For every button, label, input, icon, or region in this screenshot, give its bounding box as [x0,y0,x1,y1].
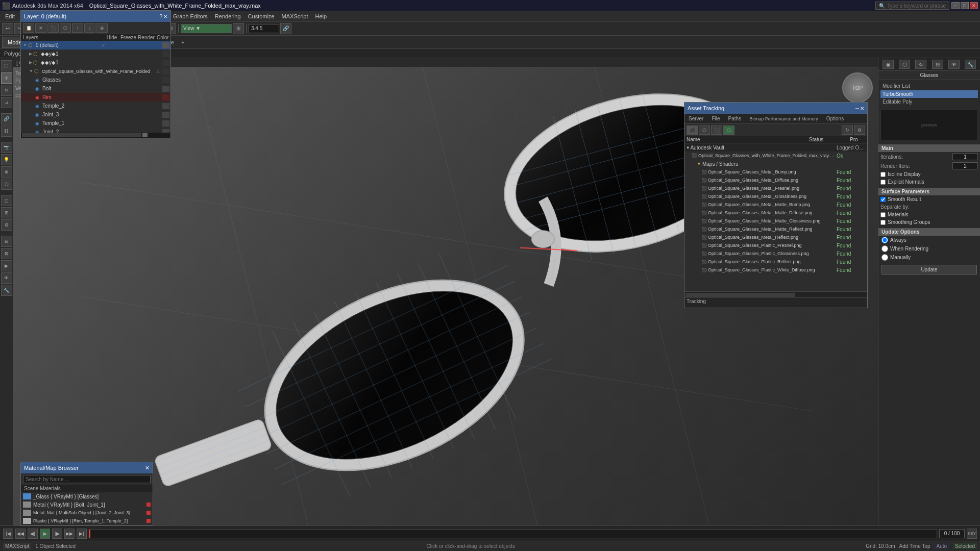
material-metal[interactable]: Metal { VRayMtl } [Bolt, Joint_1] [21,500,153,509]
asset-main-file[interactable]: ⬛ Optical_Square_Glasses_with_White_Fram… [684,152,867,160]
layer-panel-close[interactable]: ✕ [163,14,167,19]
asset-toolbar-btn3[interactable]: ⬛ [711,126,722,135]
timeline-track[interactable] [89,529,937,538]
menu-maxscript[interactable]: MAXScript [279,12,311,20]
frame-counter[interactable] [939,529,965,538]
asset-file-11[interactable]: ⬛ Optical_Square_Glasses_Plastic_Glossin… [684,249,867,258]
layer-toolbar-btn6[interactable]: ↓ [84,23,95,33]
navigation-cube[interactable]: TOP [842,72,873,103]
asset-file-10[interactable]: ⬛ Optical_Square_Glasses_Plastic_Fresnel… [684,241,867,249]
asset-file-2[interactable]: ⬛ Optical_Square_Glasses_Metal_Diffuse.p… [684,176,867,184]
modifier-editable-poly[interactable]: Editable Poly [880,98,978,106]
tool-rotate[interactable]: ↻ [1,85,12,96]
tab-more[interactable]: ▸ [182,39,184,45]
right-panel-btn5[interactable]: 👁 [948,60,960,69]
asset-file-8[interactable]: ⬛ Optical_Square_Glasses_Metal_Matte_Ref… [684,225,867,233]
asset-toolbar-btn4[interactable]: ⬡ [723,126,734,135]
minimize-button[interactable]: ─ [951,2,960,9]
layer-row-default[interactable]: ▼ ⬡ 0 (default) ✓ [21,41,170,49]
material-metal-mat[interactable]: Metal_Mat { MultiSub-Object } [Joint_2, … [21,509,153,517]
menu-rendering[interactable]: Rendering [212,12,244,20]
tool-light[interactable]: 💡 [1,154,12,165]
layer-toolbar-btn5[interactable]: ↑ [72,23,83,33]
layer-row-temple2[interactable]: ◉ Temple_2 [21,102,170,110]
tool-shapes[interactable]: ◻ [1,195,12,206]
layer-row-bolt[interactable]: ◉ Bolt [21,84,170,93]
timeline-back[interactable]: ◀◀ [15,529,26,539]
layer-panel-header[interactable]: Layer: 0 (default) ? ✕ [21,11,170,22]
tool-compound[interactable]: ⊞ [1,207,12,218]
render-setup[interactable]: View ▼ [181,24,232,33]
layer-toolbar-btn1[interactable]: 📋 [23,23,34,33]
tool-hierarchy[interactable]: ⊠ [1,248,12,259]
manually-radio[interactable] [881,254,888,261]
timeline-fwd[interactable]: ▶▶ [64,529,75,539]
right-panel-btn1[interactable]: ◉ [883,60,894,69]
menu-help[interactable]: Help [312,12,330,20]
asset-file-3[interactable]: ⬛ Optical_Square_Glasses_Metal_Fresnel.p… [684,184,867,192]
layer-row-temple1[interactable]: ◉ Temple_1 [21,119,170,128]
timeline-play[interactable]: ▶ [40,529,50,539]
modifier-turbosmooth[interactable]: TurboSmooth [880,90,978,98]
layer-row-rim[interactable]: ◉ Rim [21,93,170,102]
tool-geo[interactable]: ⬡ [1,179,12,190]
material-panel-header[interactable]: Material/Map Browser ✕ [21,462,153,473]
asset-menu-options[interactable]: Options [822,115,848,122]
asset-menu-paths[interactable]: Paths [724,115,746,122]
asset-file-9[interactable]: ⬛ Optical_Square_Glasses_Metal_Reflect.p… [684,233,867,241]
menu-graph-editors[interactable]: Graph Editors [170,12,211,20]
material-search-input[interactable] [23,475,151,483]
render-frame-button[interactable]: ⊞ [233,23,244,34]
asset-toolbar-btn2[interactable]: ⬡ [699,126,710,135]
timeline-step-back[interactable]: ◀| [28,529,38,539]
tool-camera[interactable]: 📷 [1,142,12,153]
asset-menu-server[interactable]: Server [684,115,707,122]
link-button[interactable]: 🔗 [280,23,291,34]
asset-toolbar-refresh[interactable]: ↻ [842,126,853,135]
smoothing-groups-check[interactable] [880,220,886,225]
material-glass[interactable]: _Glass { VRayMtl } [Glasses] [21,492,153,500]
asset-panel-minimize[interactable]: ─ [855,106,859,111]
layer-scrollbar[interactable] [21,133,170,138]
tool-systems[interactable]: ⚙ [1,219,12,231]
layer-row-2[interactable]: ▶ ⬡ ◆◆y◆1 [21,58,170,67]
when-rendering-radio[interactable] [881,245,888,252]
tool-select[interactable]: ⬚ [1,60,12,71]
render-iters-input[interactable] [952,162,978,169]
close-button[interactable]: ✕ [970,2,978,9]
tool-motion[interactable]: ▶ [1,260,12,271]
material-panel-close[interactable]: ✕ [145,465,150,471]
tool-display[interactable]: 👁 [1,272,12,284]
undo-button[interactable]: ↩ [2,23,13,34]
right-panel-btn2[interactable]: ⬡ [899,60,910,69]
layer-row-joint3[interactable]: ◉ Joint_3 [21,110,170,119]
right-panel-btn3[interactable]: ↻ [915,60,926,69]
isoline-check[interactable] [880,172,886,177]
layer-row-joint2[interactable]: ◉ Joint_2 [21,128,170,133]
asset-toolbar-btn1[interactable]: ⬛ [687,126,698,135]
timeline-key-mode[interactable]: KEY [967,529,977,539]
tool-utilities[interactable]: 🔧 [1,285,12,296]
layer-row-1[interactable]: ▶ ⬡ ◆◆y◆1 [21,49,170,58]
layer-row-optical[interactable]: ▼ ⬡ Optical_Square_Glasses_with_White_Fr… [21,67,170,76]
timeline-prev[interactable]: |◀ [3,529,13,539]
tool-modify[interactable]: ⊟ [1,236,12,247]
right-panel-btn4[interactable]: ⊟ [932,60,943,69]
tool-link[interactable]: 🔗 [1,113,12,124]
layer-toolbar-btn3[interactable]: ⬛ [47,23,59,33]
asset-file-12[interactable]: ⬛ Optical_Square_Glasses_Plastic_Reflect… [684,258,867,266]
always-radio[interactable] [881,237,888,243]
menu-edit[interactable]: Edit [2,12,18,20]
timeline-step-fwd[interactable]: |▶ [52,529,62,539]
layer-toolbar-btn2[interactable]: ✕ [35,23,46,33]
asset-vault[interactable]: ● Autodesk Vault Logged O... [684,143,867,152]
material-plastic[interactable]: Plastic { VRayMtl } [Rim, Temple_1, Temp… [21,517,153,525]
asset-panel-close[interactable]: ✕ [860,106,864,111]
timeline-last[interactable]: ▶| [77,529,87,539]
asset-file-6[interactable]: ⬛ Optical_Square_Glasses_Metal_Matte_Dif… [684,209,867,217]
asset-file-13[interactable]: ⬛ Optical_Square_Glasses_Plastic_White_D… [684,266,867,274]
menu-customize[interactable]: Customize [245,12,278,20]
asset-file-7[interactable]: ⬛ Optical_Square_Glasses_Metal_Matte_Glo… [684,217,867,225]
asset-menu-file[interactable]: File [707,115,724,122]
layer-panel-help[interactable]: ? [159,14,162,19]
